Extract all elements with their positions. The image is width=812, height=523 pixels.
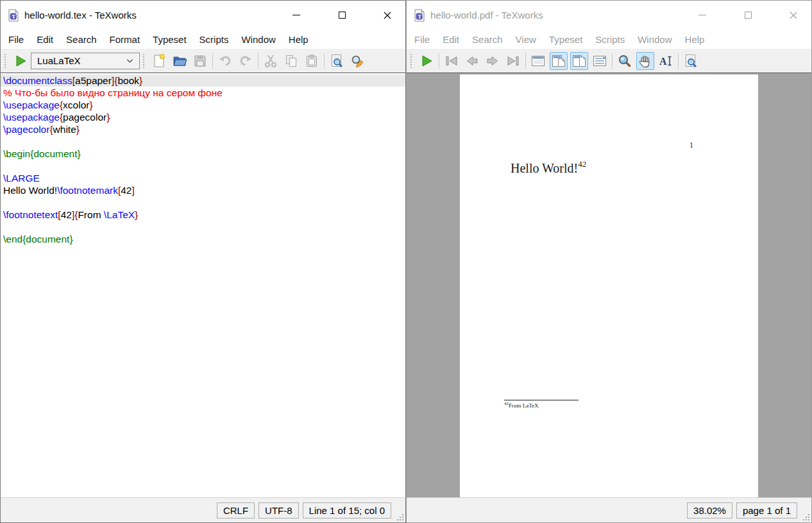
- pdf-viewport[interactable]: 1 Hello World!42 42From LaTeX: [407, 73, 811, 497]
- resize-grip[interactable]: [802, 513, 809, 520]
- line-ending-indicator[interactable]: CRLF: [217, 502, 255, 519]
- window-controls: [698, 1, 797, 30]
- preview-content: 1 Hello World!42 42From LaTeX: [407, 73, 811, 497]
- menu-item[interactable]: Edit: [436, 31, 466, 47]
- resize-grip[interactable]: [396, 513, 403, 520]
- menu-item[interactable]: Typeset: [146, 31, 193, 47]
- minimize-icon: [292, 15, 300, 15]
- texworks-document-icon: [8, 9, 19, 22]
- previous-page-icon[interactable]: [463, 52, 481, 70]
- open-icon[interactable]: [171, 52, 189, 70]
- code-line[interactable]: [1, 135, 405, 148]
- menu-item[interactable]: Help: [679, 31, 711, 47]
- code-line[interactable]: [1, 160, 405, 172]
- toolbar-handle[interactable]: [4, 54, 8, 68]
- first-page-icon[interactable]: [443, 52, 461, 70]
- menu-item[interactable]: Format: [103, 31, 147, 47]
- encoding-indicator[interactable]: UTF-8: [258, 502, 299, 519]
- source-editor[interactable]: \documentclass[a5paper]{book}% Что-бы бы…: [1, 73, 405, 497]
- footnote-marker: 42: [578, 159, 586, 169]
- title-bar[interactable]: hello-world.tex - TeXworks: [1, 1, 405, 30]
- close-icon: [384, 12, 391, 19]
- pdf-page-number: 1: [689, 141, 693, 150]
- menu-item[interactable]: Edit: [30, 31, 60, 47]
- file-actions-group: [150, 52, 209, 70]
- close-button[interactable]: [384, 11, 391, 20]
- last-page-icon[interactable]: [504, 52, 522, 70]
- next-page-icon[interactable]: [484, 52, 502, 70]
- undo-icon[interactable]: [216, 52, 234, 70]
- code-line[interactable]: \end{document}: [1, 233, 405, 245]
- menu-item[interactable]: Typeset: [543, 31, 589, 47]
- toolbar-icon-glyph: [151, 53, 167, 69]
- cut-icon[interactable]: [262, 52, 280, 70]
- zoom-level-indicator[interactable]: 38.02%: [687, 502, 732, 519]
- menu-bar: FileEditSearchFormatTypesetScriptsWindow…: [1, 30, 405, 49]
- redo-icon[interactable]: [237, 52, 255, 70]
- typeset-button[interactable]: [418, 52, 436, 70]
- toolbar-icon-glyph: [658, 53, 673, 69]
- engine-selector[interactable]: LuaLaTeX: [31, 53, 140, 69]
- hand-tool-icon[interactable]: [636, 52, 654, 70]
- magnify-icon[interactable]: [616, 52, 634, 70]
- toolbar-icon-glyph: [283, 53, 299, 69]
- single-page-view-icon[interactable]: [529, 52, 547, 70]
- menu-item[interactable]: File: [408, 31, 436, 47]
- new-document-icon[interactable]: [150, 52, 168, 70]
- editor-content: \documentclass[a5paper]{book}% Что-бы бы…: [1, 73, 405, 497]
- text-select-icon[interactable]: [657, 52, 675, 70]
- code-line[interactable]: [1, 221, 405, 233]
- code-line[interactable]: \LARGE: [1, 172, 405, 184]
- code-line[interactable]: \pagecolor{white}: [1, 123, 405, 135]
- menu-item[interactable]: Window: [235, 31, 282, 47]
- find-icon[interactable]: [328, 52, 346, 70]
- menu-item[interactable]: Scripts: [589, 31, 631, 47]
- window-controls: [292, 1, 391, 30]
- title-bar[interactable]: hello-world.pdf - TeXworks: [407, 1, 811, 30]
- menu-item[interactable]: Search: [60, 31, 103, 47]
- continuous-view-icon[interactable]: [550, 52, 568, 70]
- paste-icon[interactable]: [303, 52, 321, 70]
- pdf-body-string: Hello World!: [511, 161, 578, 175]
- typeset-button[interactable]: [12, 52, 30, 70]
- page-navigation-group: [443, 52, 522, 70]
- texworks-document-icon: [414, 9, 425, 22]
- code-line[interactable]: Hello World!\footnotemark[42]: [1, 184, 405, 196]
- menu-item[interactable]: View: [509, 31, 543, 47]
- code-line[interactable]: \usepackage{pagecolor}: [1, 111, 405, 123]
- menu-item[interactable]: Help: [282, 31, 315, 47]
- replace-icon[interactable]: [348, 52, 366, 70]
- toolbar-handle[interactable]: [143, 54, 147, 68]
- code-line[interactable]: [1, 196, 405, 209]
- menu-item[interactable]: File: [2, 31, 30, 47]
- code-line[interactable]: [1, 245, 405, 257]
- close-button[interactable]: [790, 11, 797, 20]
- find-in-pdf-icon[interactable]: [682, 52, 700, 70]
- save-icon[interactable]: [191, 52, 209, 70]
- minimize-button[interactable]: [292, 11, 300, 20]
- pdf-search-group: [682, 52, 700, 70]
- side-by-side-view-icon[interactable]: [570, 52, 588, 70]
- code-line[interactable]: % Что-бы было видно страницу на сером фо…: [1, 87, 405, 99]
- code-line[interactable]: \footnotetext[42]{From \LaTeX}: [1, 209, 405, 221]
- book-view-icon[interactable]: [591, 52, 609, 70]
- menu-item[interactable]: Scripts: [193, 31, 235, 47]
- toolbar-icon-glyph: [485, 53, 500, 69]
- code-line[interactable]: \usepackage{xcolor}: [1, 99, 405, 111]
- toolbar: LuaLaTeX: [1, 49, 405, 73]
- maximize-button[interactable]: [338, 11, 346, 20]
- toolbar-separator: [258, 53, 258, 69]
- toolbar-handle[interactable]: [410, 54, 414, 68]
- minimize-icon: [698, 15, 706, 15]
- minimize-button[interactable]: [698, 11, 706, 20]
- clipboard-group: [262, 52, 321, 70]
- menu-item[interactable]: Search: [466, 31, 509, 47]
- copy-icon[interactable]: [282, 52, 300, 70]
- page-indicator[interactable]: page 1 of 1: [736, 502, 797, 519]
- play-icon: [13, 53, 28, 69]
- code-line[interactable]: \begin{document}: [1, 148, 405, 160]
- maximize-button[interactable]: [744, 11, 752, 20]
- close-icon: [790, 12, 797, 19]
- menu-item[interactable]: Window: [631, 31, 678, 47]
- code-line[interactable]: \documentclass[a5paper]{book}: [1, 74, 405, 87]
